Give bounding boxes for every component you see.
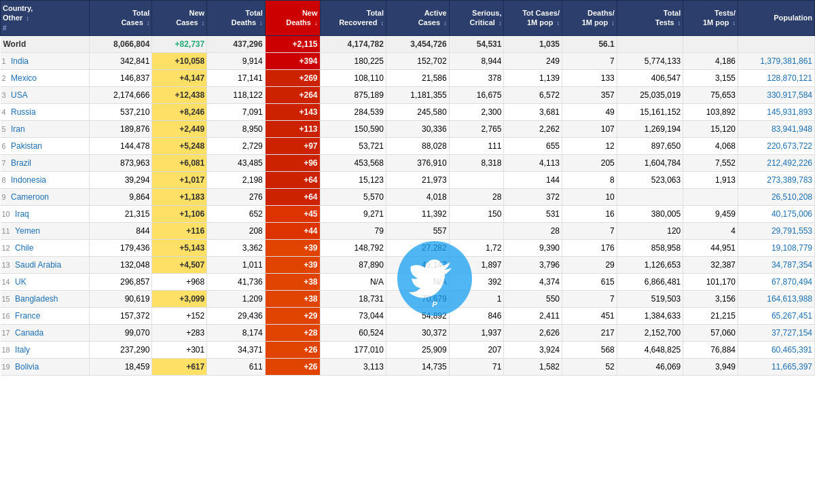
row-new-deaths: +28 bbox=[265, 325, 320, 342]
row-population: 37,727,154 bbox=[738, 325, 815, 342]
country-link[interactable]: Iran bbox=[11, 124, 25, 134]
country-link[interactable]: UK bbox=[15, 277, 26, 287]
country-link[interactable]: Pakistan bbox=[11, 141, 42, 151]
col-header-deaths-per1m[interactable]: Deaths/1M pop ↕ bbox=[562, 1, 617, 36]
row-total-recovered: 453,568 bbox=[320, 155, 386, 172]
row-tests-per1m: 21,215 bbox=[683, 308, 738, 325]
row-tot-cases-per1m: 6,572 bbox=[504, 87, 562, 104]
row-total-recovered: 875,189 bbox=[320, 87, 386, 104]
row-active-cases: 557 bbox=[386, 223, 449, 240]
col-header-population[interactable]: Population bbox=[738, 1, 815, 36]
col-header-tests-per1m[interactable]: Tests/1M pop ↕ bbox=[683, 1, 738, 36]
row-tot-cases-per1m: 9,390 bbox=[504, 240, 562, 257]
row-country: 3 USA bbox=[1, 87, 90, 104]
row-active-cases: 152,702 bbox=[386, 53, 449, 70]
row-new-deaths: +39 bbox=[265, 240, 320, 257]
row-deaths-per1m: 176 bbox=[562, 240, 617, 257]
col-header-total-cases[interactable]: TotalCases ↕ bbox=[89, 1, 152, 36]
row-active-cases: 30,372 bbox=[386, 325, 449, 342]
row-population: 11,665,397 bbox=[738, 359, 815, 376]
country-link[interactable]: France bbox=[15, 311, 40, 321]
col-header-active-cases[interactable]: ActiveCases ↕ bbox=[386, 1, 449, 36]
row-total-recovered: 150,590 bbox=[320, 121, 386, 138]
row-active-cases: 21,973 bbox=[386, 172, 449, 189]
row-new-deaths: +97 bbox=[265, 138, 320, 155]
table-row: 12 Chile 179,436 +5,143 3,362 +39 148,79… bbox=[1, 240, 815, 257]
row-serious-critical: 71 bbox=[449, 359, 504, 376]
country-link[interactable]: Bangladesh bbox=[15, 294, 58, 304]
row-deaths-per1m: 107 bbox=[562, 121, 617, 138]
country-link[interactable]: Mexico bbox=[11, 73, 37, 83]
world-deaths-per1m: 56.1 bbox=[562, 36, 617, 53]
row-total-cases: 342,841 bbox=[89, 53, 152, 70]
row-total-cases: 296,857 bbox=[89, 274, 152, 291]
col-header-new-deaths[interactable]: NewDeaths ↓ bbox=[265, 1, 320, 36]
row-total-recovered: 15,123 bbox=[320, 172, 386, 189]
row-country: 16 France bbox=[1, 308, 90, 325]
row-deaths-per1m: 568 bbox=[562, 342, 617, 359]
col-header-new-cases[interactable]: NewCases ↕ bbox=[152, 1, 207, 36]
country-link[interactable]: Italy bbox=[15, 345, 30, 355]
row-tests-per1m: 4,068 bbox=[683, 138, 738, 155]
row-new-cases: +10,058 bbox=[152, 53, 207, 70]
row-new-deaths: +269 bbox=[265, 70, 320, 87]
row-tests-per1m: 3,156 bbox=[683, 291, 738, 308]
row-deaths-per1m: 615 bbox=[562, 274, 617, 291]
row-population: 19,108,779 bbox=[738, 240, 815, 257]
table-row: 18 Italy 237,290 +301 34,371 +26 177,010… bbox=[1, 342, 815, 359]
world-population bbox=[738, 36, 815, 53]
row-total-deaths: 8,174 bbox=[207, 325, 266, 342]
row-serious-critical: 111 bbox=[449, 138, 504, 155]
country-link[interactable]: Bolivia bbox=[15, 362, 39, 372]
table-row: 19 Bolivia 18,459 +617 611 +26 3,113 14,… bbox=[1, 359, 815, 376]
row-total-recovered: 87,890 bbox=[320, 257, 386, 274]
col-header-total-tests[interactable]: TotalTests ↕ bbox=[617, 1, 683, 36]
country-link[interactable]: Yemen bbox=[15, 226, 40, 236]
row-serious-critical bbox=[449, 172, 504, 189]
country-link[interactable]: Russia bbox=[11, 107, 36, 117]
row-country: 1 India bbox=[1, 53, 90, 70]
country-link[interactable]: Chile bbox=[15, 243, 33, 253]
row-serious-critical: 1,897 bbox=[449, 257, 504, 274]
row-tot-cases-per1m: 249 bbox=[504, 53, 562, 70]
row-total-cases: 873,963 bbox=[89, 155, 152, 172]
table-row: 16 France 157,372 +152 29,436 +29 73,044… bbox=[1, 308, 815, 325]
world-active-cases: 3,454,726 bbox=[386, 36, 449, 53]
row-total-tests: 2,152,700 bbox=[617, 325, 683, 342]
world-new-deaths: +2,115 bbox=[265, 36, 320, 53]
col-header-country[interactable]: Country,Other ↕# bbox=[1, 1, 90, 36]
col-header-total-recovered[interactable]: TotalRecovered ↕ bbox=[320, 1, 386, 36]
row-active-cases: 25,909 bbox=[386, 342, 449, 359]
row-total-cases: 21,315 bbox=[89, 206, 152, 223]
col-header-tot-cases-per1m[interactable]: Tot Cases/1M pop ↕ bbox=[504, 1, 562, 36]
country-link[interactable]: Cameroon bbox=[11, 192, 49, 202]
world-total-tests bbox=[617, 36, 683, 53]
row-deaths-per1m: 7 bbox=[562, 53, 617, 70]
row-tot-cases-per1m: 28 bbox=[504, 223, 562, 240]
country-link[interactable]: Brazil bbox=[11, 158, 31, 168]
row-new-deaths: +38 bbox=[265, 291, 320, 308]
table-row: 7 Brazil 873,963 +6,081 43,485 +96 453,5… bbox=[1, 155, 815, 172]
row-total-deaths: 2,729 bbox=[207, 138, 266, 155]
country-link[interactable]: Indonesia bbox=[11, 175, 46, 185]
row-deaths-per1m: 357 bbox=[562, 87, 617, 104]
row-serious-critical bbox=[449, 223, 504, 240]
table-row: 1 India 342,841 +10,058 9,914 +394 180,2… bbox=[1, 53, 815, 70]
row-serious-critical: 150 bbox=[449, 206, 504, 223]
country-link[interactable]: Canada bbox=[15, 328, 43, 338]
row-total-recovered: 284,539 bbox=[320, 104, 386, 121]
row-total-tests: 5,774,133 bbox=[617, 53, 683, 70]
row-country: 4 Russia bbox=[1, 104, 90, 121]
row-deaths-per1m: 52 bbox=[562, 359, 617, 376]
country-link[interactable]: Iraq bbox=[15, 209, 29, 219]
col-header-total-deaths[interactable]: TotalDeaths ↕ bbox=[207, 1, 266, 36]
country-link[interactable]: India bbox=[11, 56, 29, 66]
row-total-tests: 519,503 bbox=[617, 291, 683, 308]
row-tests-per1m: 4 bbox=[683, 223, 738, 240]
col-header-serious-critical[interactable]: Serious,Critical ↕ bbox=[449, 1, 504, 36]
row-serious-critical: 1,72 bbox=[449, 240, 504, 257]
country-link[interactable]: Saudi Arabia bbox=[15, 260, 61, 270]
row-new-cases: +1,017 bbox=[152, 172, 207, 189]
row-population: 60,465,391 bbox=[738, 342, 815, 359]
country-link[interactable]: USA bbox=[11, 90, 28, 100]
